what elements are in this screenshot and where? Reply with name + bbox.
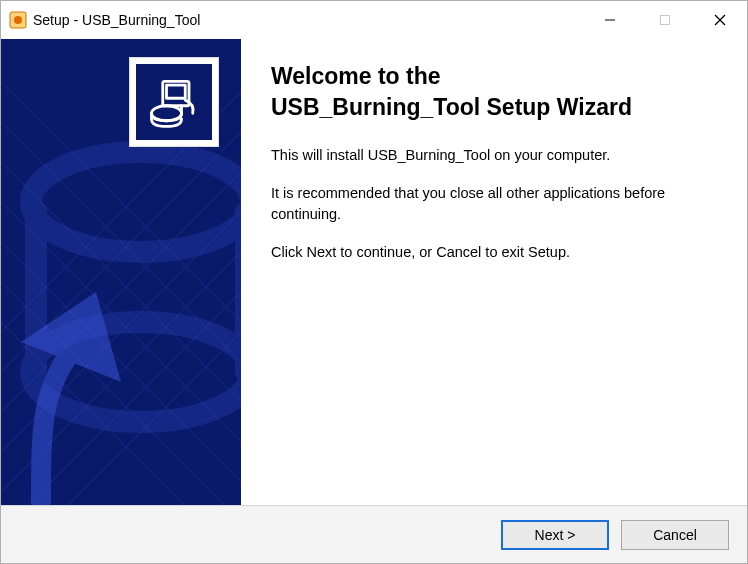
intro-paragraph-3: Click Next to continue, or Cancel to exi… xyxy=(271,242,717,262)
content-panel: Welcome to the USB_Burning_Tool Setup Wi… xyxy=(241,39,747,505)
installer-logo-frame xyxy=(129,57,219,147)
app-icon xyxy=(9,11,27,29)
maximize-button xyxy=(637,1,692,39)
svg-point-1 xyxy=(14,16,22,24)
titlebar: Setup - USB_Burning_Tool xyxy=(1,1,747,39)
heading-line-1: Welcome to the xyxy=(271,63,441,89)
svg-rect-24 xyxy=(167,85,186,98)
window-controls xyxy=(582,1,747,39)
close-button[interactable] xyxy=(692,1,747,39)
wizard-footer: Next > Cancel xyxy=(1,505,747,563)
setup-window: Setup - USB_Burning_Tool xyxy=(0,0,748,564)
intro-paragraph-2: It is recommended that you close all oth… xyxy=(271,183,717,224)
intro-paragraph-1: This will install USB_Burning_Tool on yo… xyxy=(271,145,717,165)
svg-rect-3 xyxy=(660,16,669,25)
installer-logo-icon xyxy=(136,64,212,140)
wizard-body: Welcome to the USB_Burning_Tool Setup Wi… xyxy=(1,39,747,505)
sidebar-graphic xyxy=(1,39,241,505)
minimize-button[interactable] xyxy=(582,1,637,39)
wizard-heading: Welcome to the USB_Burning_Tool Setup Wi… xyxy=(271,61,717,123)
next-button[interactable]: Next > xyxy=(501,520,609,550)
cancel-button[interactable]: Cancel xyxy=(621,520,729,550)
heading-line-2: USB_Burning_Tool Setup Wizard xyxy=(271,94,632,120)
window-title: Setup - USB_Burning_Tool xyxy=(33,12,200,28)
